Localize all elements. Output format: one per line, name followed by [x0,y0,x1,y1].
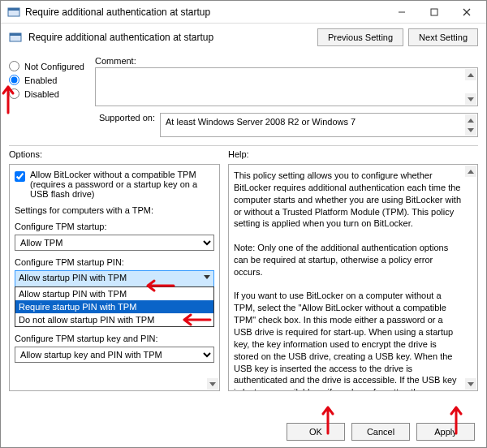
scroll-down-icon[interactable] [207,378,218,390]
tpm-pin-label-text: Configure TPM startup PIN: [15,257,124,267]
policy-dialog: Require additional authentication at sta… [0,0,487,448]
scroll-up-icon[interactable] [465,166,476,177]
radio-disabled[interactable]: Disabled [9,88,92,99]
help-panel: This policy setting allows you to config… [228,164,478,391]
supported-on-label: Supported on: [95,113,160,123]
tpm-pin-combo-selected[interactable]: Allow startup PIN with TPM [15,270,214,286]
next-setting-button[interactable]: Next Setting [408,28,478,46]
allow-no-tpm-checkbox[interactable] [15,171,25,182]
comment-label: Comment: [95,56,478,66]
tpm-section-label: Settings for computers with a TPM: [15,205,214,215]
tpm-startup-combo[interactable]: Allow TPM [15,235,214,251]
tpm-key-label: Configure TPM startup key and PIN: [15,334,214,343]
scroll-down-icon[interactable] [465,93,476,105]
svg-rect-3 [431,9,437,15]
titlebar: Require additional authentication at sta… [1,1,486,24]
state-radio-group: Not Configured Enabled Disabled [9,56,92,137]
supported-on-value: At least Windows Server 2008 R2 or Windo… [166,117,356,127]
radio-enabled[interactable]: Enabled [9,75,92,85]
radio-label: Disabled [24,89,59,99]
minimize-button[interactable] [386,2,418,22]
svg-rect-1 [8,8,19,11]
policy-icon [9,31,22,44]
scroll-down-icon[interactable] [465,124,476,136]
policy-icon [7,6,20,19]
radio-enabled-input[interactable] [9,75,19,85]
supported-on-field: At least Windows Server 2008 R2 or Windo… [160,113,478,137]
window-title: Require additional authentication at sta… [25,6,386,18]
scroll-down-icon[interactable] [465,378,476,390]
tpm-pin-combo-list: Allow startup PIN with TPM Require start… [15,286,214,327]
combo-option-allow[interactable]: Allow startup PIN with TPM [15,287,213,300]
radio-label: Not Configured [24,62,84,71]
radio-not-configured-input[interactable] [9,61,19,71]
tpm-key-combo[interactable]: Allow startup key and PIN with TPM [15,347,214,363]
tpm-pin-label: Configure TPM startup PIN: [15,257,214,267]
dialog-button-bar: OK Cancel Apply [287,423,475,441]
allow-no-tpm-checkbox-row[interactable]: Allow BitLocker without a compatible TPM… [15,170,214,199]
tpm-pin-combo-expanded[interactable]: Allow startup PIN with TPM Allow startup… [15,270,214,327]
allow-no-tpm-label: Allow BitLocker without a compatible TPM… [30,170,214,199]
ok-button[interactable]: OK [287,423,345,441]
comment-field[interactable] [95,67,478,106]
help-label: Help: [228,149,478,159]
close-button[interactable] [450,2,483,22]
tpm-startup-label: Configure TPM startup: [15,222,214,231]
help-text: This policy setting allows you to config… [234,170,463,391]
previous-setting-button[interactable]: Previous Setting [317,28,403,46]
radio-disabled-input[interactable] [9,88,19,99]
options-panel: Allow BitLocker without a compatible TPM… [9,164,220,391]
page-title: Require additional authentication at sta… [28,32,312,43]
radio-label: Enabled [24,75,57,85]
maximize-button[interactable] [418,2,450,22]
combo-option-require[interactable]: Require startup PIN with TPM [15,300,213,313]
radio-not-configured[interactable]: Not Configured [9,61,92,71]
combo-option-disallow[interactable]: Do not allow startup PIN with TPM [15,313,213,326]
header-row: Require additional authentication at sta… [1,24,486,51]
options-label: Options: [9,149,220,159]
scroll-up-icon[interactable] [465,69,476,80]
cancel-button[interactable]: Cancel [351,423,410,441]
apply-button[interactable]: Apply [416,423,475,441]
svg-rect-7 [10,33,21,36]
